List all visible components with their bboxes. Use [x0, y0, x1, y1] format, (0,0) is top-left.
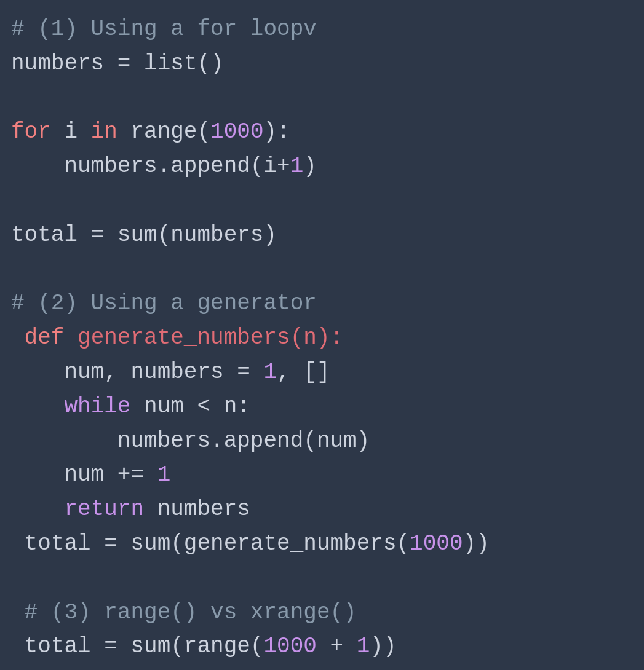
code-line: while num < n:	[11, 390, 633, 424]
code-token: 1	[357, 634, 370, 659]
code-token: 1	[263, 360, 277, 385]
code-token: 1000	[210, 119, 263, 144]
code-token: # (2) Using a generator	[11, 291, 317, 316]
code-token: ):	[264, 119, 290, 144]
code-token: total = sum(numbers)	[11, 223, 277, 248]
code-line: num += 1	[11, 458, 633, 492]
code-token: numbers = list()	[11, 51, 224, 76]
code-token: numbers.append(num)	[11, 428, 370, 454]
code-token: , []	[277, 360, 330, 385]
code-line: for i in range(1000):	[11, 115, 633, 149]
code-token	[11, 394, 64, 419]
code-line: numbers.append(i+1)	[11, 149, 633, 184]
code-line: numbers.append(num)	[11, 424, 633, 459]
code-token: )	[303, 154, 317, 179]
code-token: num, numbers =	[11, 360, 263, 385]
code-token: ))	[463, 531, 490, 556]
code-token: # (1) Using a for loopv	[11, 17, 317, 42]
code-token	[11, 497, 64, 522]
code-line: total = sum(numbers)	[11, 218, 633, 253]
code-line: numbers = list()	[11, 47, 633, 81]
code-token: while	[64, 394, 130, 419]
code-line: return numbers	[11, 492, 633, 527]
code-token: in	[91, 119, 117, 144]
code-token: total = sum(generate_numbers(	[11, 531, 410, 556]
code-line: total = sum(range(1000 + 1))	[11, 629, 633, 664]
code-line: num, numbers = 1, []	[11, 355, 633, 390]
code-token: i	[51, 119, 91, 144]
code-token: generate_numbers(n):	[78, 325, 343, 350]
code-token: num < n:	[130, 394, 250, 419]
code-token	[11, 325, 25, 350]
code-line	[11, 81, 633, 116]
code-token: num +=	[11, 462, 157, 487]
code-line	[11, 253, 633, 287]
code-token: 1000	[410, 531, 463, 556]
code-token: numbers.append(i+	[11, 154, 290, 179]
code-token: ))	[370, 634, 396, 659]
code-token: total = sum(range(	[11, 634, 263, 659]
code-token: 1	[157, 462, 171, 487]
code-line: total = sum(generate_numbers(1000))	[11, 527, 633, 561]
code-token: 1000	[263, 634, 316, 659]
code-token: +	[317, 634, 357, 659]
code-line: # (2) Using a generator	[11, 286, 633, 321]
code-line: def generate_numbers(n):	[11, 321, 633, 355]
code-line: # (3) range() vs xrange()	[11, 596, 633, 630]
code-line	[11, 184, 633, 218]
code-token: return	[64, 497, 144, 522]
code-line: # (1) Using a for loopv	[11, 12, 633, 47]
code-token: def	[25, 325, 65, 350]
code-token: numbers	[144, 497, 250, 522]
code-token: for	[11, 119, 51, 144]
code-token: range(	[117, 119, 210, 144]
code-token: 1	[290, 154, 304, 179]
code-line	[11, 561, 633, 596]
code-line: total = sum(xrange(1000 + 1))	[11, 664, 633, 670]
code-token	[64, 325, 78, 350]
code-editor: # (1) Using a for loopvnumbers = list() …	[11, 12, 633, 670]
code-token: # (3) range() vs xrange()	[11, 600, 357, 625]
